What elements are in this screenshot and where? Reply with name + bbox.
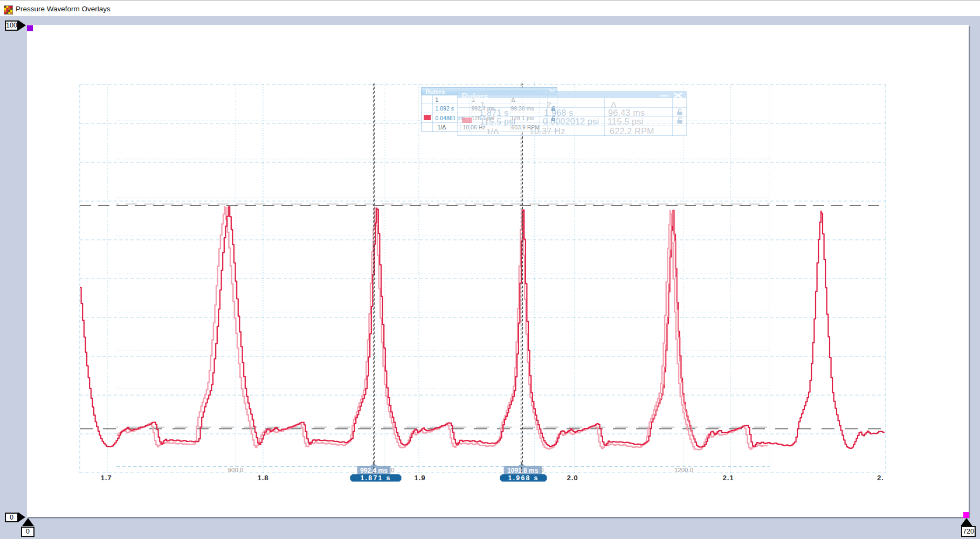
svg-text:2.0: 2.0	[567, 474, 578, 482]
svg-text:1091.8 ms: 1091.8 ms	[507, 467, 539, 474]
svg-text:2.1: 2.1	[722, 474, 734, 482]
svg-text:1.7: 1.7	[100, 474, 112, 482]
svg-text:900.0: 900.0	[228, 467, 244, 473]
svg-text:1.968 s: 1.968 s	[508, 474, 539, 482]
svg-text:1.8: 1.8	[257, 474, 268, 482]
svg-text:1.9: 1.9	[414, 474, 425, 482]
svg-text:1.871 s: 1.871 s	[360, 474, 391, 482]
svg-text:2.: 2.	[877, 474, 884, 482]
svg-text:992.4 ms: 992.4 ms	[360, 467, 388, 474]
svg-text:1200.0: 1200.0	[674, 467, 693, 473]
